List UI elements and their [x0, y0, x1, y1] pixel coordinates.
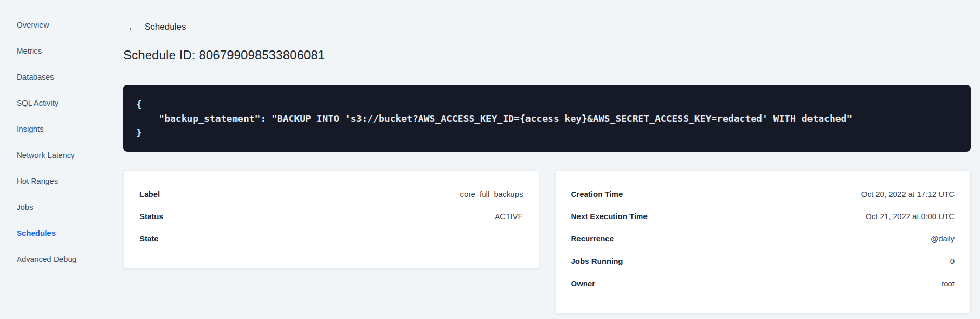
row-label: Next Execution Time [571, 212, 648, 221]
jobs-running-row: Jobs Running 0 [571, 250, 955, 272]
label-row: Label core_full_backups [139, 183, 523, 205]
row-value: Oct 20, 2022 at 17:12 UTC [861, 189, 955, 198]
schedule-timing-card: Creation Time Oct 20, 2022 at 17:12 UTC … [555, 170, 971, 313]
row-value: @daily [931, 234, 955, 243]
next-execution-time-row: Next Execution Time Oct 21, 2022 at 0:00… [571, 205, 955, 227]
sidebar-item-insights[interactable]: Insights [0, 116, 112, 142]
sidebar-item-jobs[interactable]: Jobs [0, 194, 112, 220]
row-label: State [139, 234, 159, 243]
schedule-info-card: Label core_full_backups Status ACTIVE St… [123, 170, 539, 269]
row-value: core_full_backups [460, 189, 523, 198]
row-value: ACTIVE [495, 212, 523, 221]
row-value: 0 [950, 257, 955, 265]
code-line: { [136, 97, 958, 111]
code-line: "backup_statement": "BACKUP INTO 's3://b… [136, 111, 958, 125]
backup-statement-code-block: { "backup_statement": "BACKUP INTO 's3:/… [123, 85, 971, 152]
sidebar-item-network-latency[interactable]: Network Latency [0, 142, 112, 168]
row-value: root [941, 279, 955, 288]
back-link-label: Schedules [145, 22, 186, 32]
row-label: Label [139, 189, 160, 198]
sidebar-nav: Overview Metrics Databases SQL Activity … [0, 0, 112, 319]
schedule-detail-page: ← Schedules Schedule ID: 806799098533806… [123, 0, 971, 313]
row-label: Owner [571, 279, 596, 288]
code-line: } [136, 125, 958, 139]
sidebar-item-schedules[interactable]: Schedules [0, 220, 112, 246]
page-title: Schedule ID: 806799098533806081 [123, 47, 971, 63]
sidebar-item-hot-ranges[interactable]: Hot Ranges [0, 168, 112, 194]
sidebar-item-advanced-debug[interactable]: Advanced Debug [0, 246, 112, 272]
sidebar-item-databases[interactable]: Databases [0, 64, 112, 90]
row-label: Recurrence [571, 234, 614, 243]
owner-row: Owner root [571, 272, 955, 295]
sidebar-item-sql-activity[interactable]: SQL Activity [0, 90, 112, 116]
row-label: Jobs Running [571, 257, 623, 265]
creation-time-row: Creation Time Oct 20, 2022 at 17:12 UTC [571, 183, 955, 205]
status-row: Status ACTIVE [139, 205, 523, 227]
recurrence-row: Recurrence @daily [571, 227, 955, 250]
summary-cards: Label core_full_backups Status ACTIVE St… [123, 170, 971, 313]
sidebar-item-metrics[interactable]: Metrics [0, 38, 112, 64]
sidebar-item-overview[interactable]: Overview [0, 12, 112, 38]
back-to-schedules-link[interactable]: ← Schedules [127, 22, 186, 32]
state-row: State [139, 227, 523, 250]
row-label: Creation Time [571, 189, 623, 198]
row-value: Oct 21, 2022 at 0:00 UTC [866, 212, 955, 221]
back-arrow-icon: ← [127, 22, 137, 32]
row-label: Status [139, 212, 163, 221]
